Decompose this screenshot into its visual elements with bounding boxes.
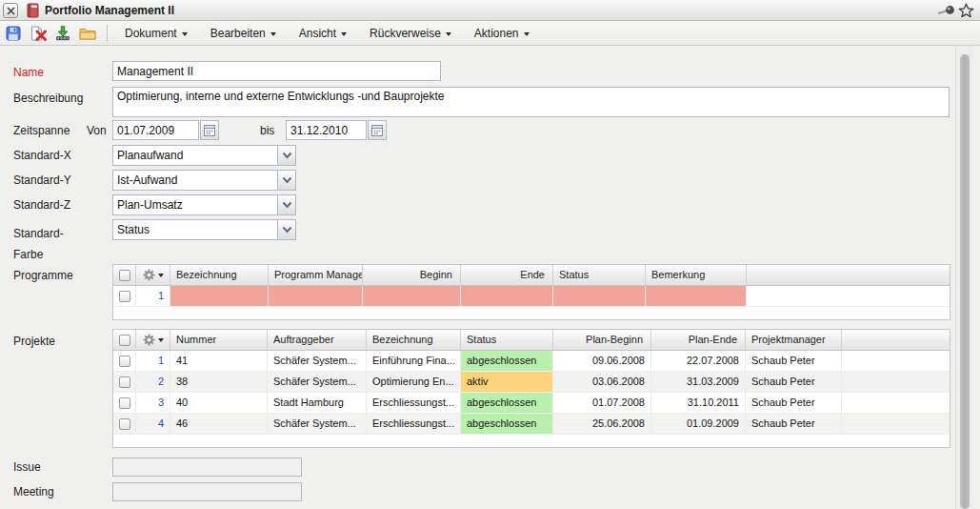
col-header-nummer[interactable]: Nummer: [170, 330, 268, 350]
save-button[interactable]: [2, 23, 25, 44]
col-header-projektmanager[interactable]: Projektmanager: [746, 330, 842, 350]
standard-z-dropdown-button[interactable]: [277, 194, 296, 215]
delete-document-button[interactable]: [27, 23, 50, 44]
standard-x-dropdown-button[interactable]: [277, 145, 296, 166]
checkbox-icon[interactable]: [119, 377, 130, 388]
col-header-plan-ende[interactable]: Plan-Ende: [651, 330, 746, 350]
checkbox-icon[interactable]: [119, 335, 130, 346]
col-header-ende[interactable]: Ende: [461, 265, 553, 285]
select-all-checkbox-cell[interactable]: [113, 265, 136, 285]
row-number-link[interactable]: 1: [136, 351, 170, 371]
cell-programm-manager: [269, 286, 363, 306]
standard-y-dropdown-button[interactable]: [277, 170, 296, 191]
row-number-link[interactable]: 2: [136, 372, 170, 392]
menu-bearbeiten-label: Bearbeiten: [210, 27, 266, 40]
row-number-link[interactable]: 4: [136, 414, 170, 434]
cell-bemerkung: [646, 286, 747, 306]
projekte-actions-menu[interactable]: [136, 330, 170, 350]
col-header-plan-beginn[interactable]: Plan-Beginn: [553, 330, 651, 350]
bis-date-picker-button[interactable]: [368, 120, 387, 140]
standard-farbe-combo[interactable]: [112, 219, 296, 240]
standard-farbe-dropdown-button[interactable]: [277, 219, 296, 240]
checkbox-icon[interactable]: [119, 397, 130, 409]
favorite-star-icon[interactable]: [958, 3, 974, 18]
col-header-auftraggeber[interactable]: Auftraggeber: [268, 330, 367, 350]
status-badge: abgeschlossen: [461, 393, 553, 413]
name-input[interactable]: [112, 61, 441, 81]
zeitspanne-bis-input[interactable]: [286, 120, 367, 140]
col-header-bezeichnung[interactable]: Bezeichnung: [367, 330, 461, 350]
export-download-button[interactable]: [51, 23, 74, 44]
col-header-bezeichnung[interactable]: Bezeichnung: [170, 265, 269, 285]
standard-z-value[interactable]: [112, 194, 278, 215]
select-all-checkbox-cell[interactable]: [113, 330, 136, 350]
menu-bearbeiten[interactable]: Bearbeiten: [205, 23, 282, 44]
menu-aktionen-label: Aktionen: [474, 27, 519, 40]
beschreibung-textarea[interactable]: [112, 87, 950, 117]
cell-plan-beginn: 09.06.2008: [553, 351, 651, 371]
document-delete-icon: [30, 26, 47, 41]
menu-rueckverweise-label: Rückverweise: [370, 27, 441, 40]
folder-open-button[interactable]: [76, 23, 99, 44]
vertical-scrollbar[interactable]: [957, 46, 972, 509]
standard-x-value[interactable]: [112, 145, 278, 166]
cell-auftraggeber: Schäfer System...: [268, 351, 367, 371]
standard-farbe-value[interactable]: [112, 219, 278, 240]
menu-rueckverweise[interactable]: Rückverweise: [364, 23, 457, 44]
row-checkbox-cell[interactable]: [113, 286, 136, 306]
toolbar: Dokument Bearbeiten Ansicht Rückverweise…: [0, 21, 980, 46]
standard-x-combo[interactable]: [112, 145, 296, 166]
close-button[interactable]: [3, 3, 18, 18]
menu-dokument[interactable]: Dokument: [119, 23, 193, 44]
checkbox-icon[interactable]: [119, 270, 130, 281]
cell-plan-beginn: 01.07.2008: [553, 393, 651, 413]
projekte-row-1[interactable]: 1 41 Schäfer System... Einführung Fina..…: [113, 351, 950, 372]
row-number-link[interactable]: 1: [136, 286, 170, 306]
menu-aktionen[interactable]: Aktionen: [469, 23, 535, 44]
projekte-row-3[interactable]: 3 40 Stadt Hamburg Erschliessungst... ab…: [113, 393, 950, 414]
checkbox-icon[interactable]: [119, 291, 130, 302]
checkbox-icon[interactable]: [119, 418, 130, 430]
cell-status: [553, 286, 646, 306]
col-header-status[interactable]: Status: [461, 330, 553, 350]
projekte-row-2[interactable]: 2 38 Schäfer System... Optimierung En...…: [113, 372, 950, 393]
bis-label: bis: [260, 124, 274, 137]
standard-y-combo[interactable]: [112, 170, 296, 191]
zeitspanne-von-input[interactable]: [112, 120, 199, 140]
cell-bezeichnung: Optimierung En...: [367, 372, 461, 392]
projekte-grid-footer: [113, 435, 950, 447]
col-header-beginn[interactable]: Beginn: [363, 265, 461, 285]
pin-icon[interactable]: [937, 5, 955, 16]
menu-ansicht[interactable]: Ansicht: [293, 23, 352, 44]
row-checkbox-cell[interactable]: [113, 393, 136, 413]
projekte-label: Projekte: [13, 335, 55, 348]
cell-projektmanager: Schaub Peter: [746, 372, 842, 392]
col-header-programm-manager[interactable]: Programm Manager: [269, 265, 363, 285]
programme-row-1[interactable]: 1: [113, 286, 950, 307]
cell-ende: [461, 286, 553, 306]
cell-plan-ende: 01.09.2009: [651, 414, 746, 434]
meeting-input[interactable]: [112, 482, 302, 501]
issue-input[interactable]: [112, 458, 302, 477]
programme-grid: Bezeichnung Programm Manager Beginn Ende…: [112, 264, 950, 320]
von-date-picker-button[interactable]: [200, 120, 219, 140]
chevron-down-icon: [282, 201, 292, 209]
row-checkbox-cell[interactable]: [113, 414, 136, 434]
col-header-bemerkung[interactable]: Bemerkung: [646, 265, 747, 285]
row-number-link[interactable]: 3: [136, 393, 170, 413]
col-header-status[interactable]: Status: [553, 265, 646, 285]
content-right-border: [955, 46, 956, 509]
standard-z-combo[interactable]: [112, 194, 296, 215]
cell-nummer: 46: [170, 414, 268, 434]
projekte-row-4[interactable]: 4 46 Schäfer System... Erschliessungst..…: [113, 414, 950, 435]
programme-actions-menu[interactable]: [136, 265, 170, 285]
scrollbar-thumb[interactable]: [960, 54, 970, 509]
cell-plan-ende: 31.03.2009: [651, 372, 746, 392]
checkbox-icon[interactable]: [119, 356, 130, 367]
chevron-down-icon: [282, 226, 292, 234]
row-checkbox-cell[interactable]: [113, 351, 136, 371]
portfolio-window: Portfolio Management II: [0, 0, 980, 509]
standard-y-value[interactable]: [112, 170, 278, 191]
row-checkbox-cell[interactable]: [113, 372, 136, 392]
chevron-down-icon: [341, 32, 347, 36]
